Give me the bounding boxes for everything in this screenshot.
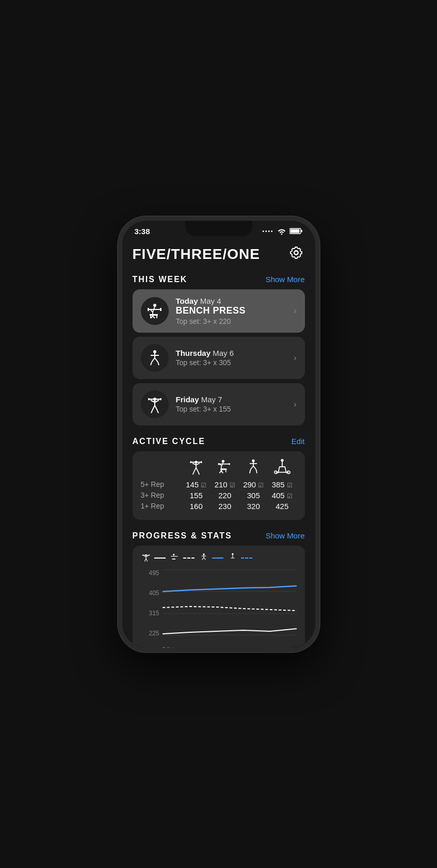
fri-topset: Top set: 3+ x 155 bbox=[176, 405, 290, 413]
svg-line-82 bbox=[146, 559, 148, 562]
svg-rect-12 bbox=[160, 308, 161, 311]
svg-rect-29 bbox=[160, 398, 161, 400]
svg-point-4 bbox=[153, 304, 156, 307]
svg-line-9 bbox=[153, 316, 155, 318]
3rep-ohp: 155 bbox=[182, 491, 211, 500]
progress-header: PROGRESS & STATS Show More bbox=[133, 531, 305, 541]
svg-line-62 bbox=[250, 469, 251, 473]
gear-icon bbox=[289, 246, 303, 259]
ohp-icon-circle bbox=[141, 390, 169, 418]
fri-chevron: › bbox=[294, 400, 296, 409]
legend-deadlift-icon bbox=[228, 553, 238, 563]
thu-topset: Top set: 3+ x 305 bbox=[176, 358, 290, 367]
squat-blue-line bbox=[163, 586, 297, 592]
cycle-ohp-icon bbox=[188, 458, 204, 475]
thu-chevron: › bbox=[294, 353, 296, 363]
y-405: 405 bbox=[141, 589, 159, 597]
ohp-dashed-line bbox=[163, 607, 297, 611]
svg-line-41 bbox=[194, 467, 196, 472]
workout-card-bench[interactable]: Today May 4 BENCH PRESS Top set: 3+ x 22… bbox=[133, 289, 305, 333]
app-header: FIVE/THREE/ONE bbox=[133, 244, 305, 265]
legend-squat bbox=[199, 553, 223, 563]
edit-cycle-button[interactable]: Edit bbox=[292, 437, 305, 446]
legend-squat-icon bbox=[199, 553, 209, 563]
this-week-title: THIS WEEK bbox=[133, 275, 188, 284]
bench-workout-info: Today May 4 BENCH PRESS Top set: 3+ x 22… bbox=[176, 297, 290, 325]
svg-line-33 bbox=[157, 411, 158, 413]
1rep-bench: 230 bbox=[211, 502, 239, 511]
1rep-deadlift: 425 bbox=[268, 502, 297, 511]
wifi-icon bbox=[277, 227, 286, 235]
svg-point-45 bbox=[222, 460, 224, 462]
svg-line-61 bbox=[253, 466, 256, 469]
phone-frame: 3:38 •••• FIVE/THREE/ONE bbox=[118, 217, 319, 652]
squat-icon-circle bbox=[141, 344, 169, 372]
svg-point-72 bbox=[274, 471, 277, 473]
bench-press-icon bbox=[145, 302, 164, 320]
svg-line-20 bbox=[155, 358, 158, 362]
active-cycle-header: ACTIVE CYCLE Edit bbox=[133, 437, 305, 446]
svg-line-90 bbox=[204, 557, 205, 559]
chart-svg bbox=[163, 569, 297, 648]
battery-icon bbox=[289, 227, 303, 235]
notch bbox=[185, 221, 252, 236]
bench-topset: Top set: 3+ x 220 bbox=[176, 317, 290, 325]
bench-icon-circle bbox=[141, 297, 169, 325]
progress-card: 495 405 315 225 135 bbox=[133, 546, 305, 648]
5rep-bench: 210 ☑ bbox=[211, 480, 239, 489]
legend-deadlift-line bbox=[241, 558, 252, 559]
thu-workout-info: Thursday May 6 Top set: 3+ x 305 bbox=[176, 349, 290, 367]
thu-day: Thursday May 6 bbox=[176, 349, 290, 357]
workout-card-fri[interactable]: Friday May 7 Top set: 3+ x 155 › bbox=[133, 383, 305, 425]
phone-screen: 3:38 •••• FIVE/THREE/ONE bbox=[122, 221, 315, 648]
workout-card-thu[interactable]: Thursday May 6 Top set: 3+ x 305 › bbox=[133, 337, 305, 379]
3rep-squat: 305 bbox=[239, 491, 268, 500]
y-225: 225 bbox=[141, 630, 159, 637]
status-icons: •••• bbox=[262, 227, 302, 235]
ohp-icon bbox=[145, 395, 164, 414]
svg-point-64 bbox=[281, 458, 283, 461]
cycle-squat-icon bbox=[245, 458, 262, 475]
1rep-label: 1+ Rep bbox=[141, 502, 182, 510]
fri-day: Friday May 7 bbox=[176, 395, 290, 404]
svg-rect-52 bbox=[218, 463, 219, 465]
this-week-header: THIS WEEK Show More bbox=[133, 275, 305, 284]
5rep-label: 5+ Rep bbox=[141, 480, 182, 488]
cycle-icon-squat bbox=[239, 458, 268, 475]
svg-rect-80 bbox=[149, 554, 150, 555]
bench-name: BENCH PRESS bbox=[176, 305, 290, 316]
legend-bench-line bbox=[183, 558, 195, 559]
legend-ohp-line bbox=[154, 558, 166, 559]
this-week-show-more[interactable]: Show More bbox=[266, 275, 305, 284]
svg-rect-40 bbox=[201, 461, 202, 463]
time-display: 3:38 bbox=[135, 227, 150, 236]
svg-line-44 bbox=[199, 472, 200, 474]
main-content: FIVE/THREE/ONE THIS WEEK Show More bbox=[122, 238, 315, 648]
svg-line-31 bbox=[155, 405, 157, 411]
legend-deadlift bbox=[228, 553, 252, 563]
cycle-icons-row bbox=[141, 458, 297, 475]
svg-point-91 bbox=[232, 553, 233, 554]
cycle-5rep-row: 5+ Rep 145 ☑ 210 ☑ 290 ☑ 385 ☑ bbox=[141, 480, 297, 489]
cycle-bench-icon bbox=[217, 458, 233, 475]
svg-rect-54 bbox=[220, 468, 226, 470]
progress-section: PROGRESS & STATS Show More bbox=[133, 531, 305, 648]
3rep-label: 3+ Rep bbox=[141, 491, 182, 499]
svg-rect-1 bbox=[301, 230, 302, 232]
progress-show-more[interactable]: Show More bbox=[266, 531, 305, 540]
cycle-1rep-row: 1+ Rep 160 230 320 425 bbox=[141, 502, 297, 511]
bench-chevron: › bbox=[294, 306, 296, 316]
svg-line-60 bbox=[251, 466, 253, 469]
settings-button[interactable] bbox=[287, 244, 305, 265]
svg-point-83 bbox=[173, 553, 174, 555]
cycle-icon-ohp bbox=[182, 458, 211, 475]
legend-bench-icon bbox=[170, 553, 180, 563]
svg-point-73 bbox=[287, 471, 290, 473]
fri-workout-info: Friday May 7 Top set: 3+ x 155 bbox=[176, 395, 290, 413]
bench-day: Today May 4 bbox=[176, 297, 290, 305]
legend-ohp bbox=[141, 553, 166, 563]
y-495: 495 bbox=[141, 569, 159, 577]
cycle-3rep-row: 3+ Rep 155 220 305 405 ☑ bbox=[141, 491, 297, 500]
svg-line-46 bbox=[221, 463, 223, 467]
svg-line-32 bbox=[151, 411, 152, 413]
